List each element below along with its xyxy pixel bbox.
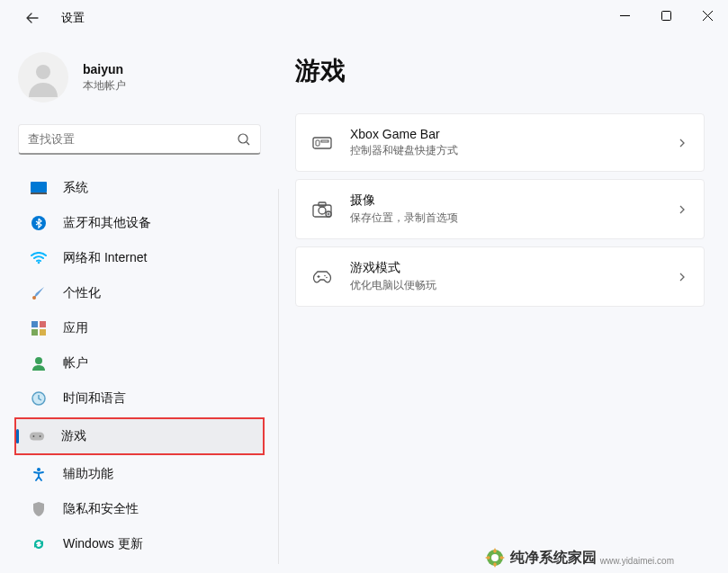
svg-point-26 (326, 276, 328, 278)
svg-point-2 (238, 134, 247, 143)
nav-label: 个性化 (63, 285, 101, 301)
nav-label: 游戏 (61, 428, 86, 444)
search-box[interactable] (18, 124, 261, 155)
controller-icon (312, 267, 332, 287)
nav-label: 辅助功能 (63, 466, 113, 482)
svg-rect-11 (40, 329, 46, 336)
close-icon (703, 11, 713, 21)
card-subtitle: 保存位置，录制首选项 (350, 210, 677, 226)
bluetooth-icon (31, 215, 47, 231)
nav-gaming[interactable]: 游戏 (16, 419, 263, 453)
nav-accounts[interactable]: 帐户 (18, 346, 261, 381)
user-block[interactable]: baiyun 本地帐户 (9, 36, 270, 124)
maximize-icon (661, 11, 671, 21)
svg-rect-0 (661, 11, 670, 20)
close-button[interactable] (687, 0, 728, 31)
svg-point-7 (32, 296, 36, 300)
card-xbox-game-bar[interactable]: Xbox Game Bar 控制器和键盘快捷方式 (295, 113, 705, 172)
card-subtitle: 控制器和键盘快捷方式 (350, 143, 677, 158)
chevron-right-icon (677, 272, 688, 282)
sidebar-divider (278, 189, 279, 564)
brush-icon (31, 285, 47, 301)
sidebar: baiyun 本地帐户 系统 蓝牙和其他设备 网络和 Internet (0, 36, 279, 573)
nav-personalization[interactable]: 个性化 (18, 276, 261, 310)
minimize-icon (620, 11, 630, 21)
xbox-bar-icon (312, 133, 332, 153)
avatar (18, 52, 68, 103)
shield-icon (31, 501, 47, 517)
nav-privacy[interactable]: 隐私和安全性 (18, 492, 261, 526)
nav-time[interactable]: 时间和语言 (18, 381, 261, 416)
main-area: 游戏 Xbox Game Bar 控制器和键盘快捷方式 摄像 保存位置，录制首选… (279, 36, 728, 573)
nav-label: 时间和语言 (63, 390, 126, 407)
maximize-button[interactable] (645, 0, 687, 31)
page-title: 游戏 (295, 54, 705, 88)
watermark-logo-icon (485, 548, 505, 568)
person-icon (23, 58, 63, 97)
nav-list: 系统 蓝牙和其他设备 网络和 Internet 个性化 应用 帐户 (9, 171, 270, 561)
svg-point-12 (35, 357, 42, 364)
nav-network[interactable]: 网络和 Internet (18, 241, 261, 275)
search-container (18, 124, 261, 155)
card-title: 摄像 (350, 192, 677, 209)
card-captures[interactable]: 摄像 保存位置，录制首选项 (295, 179, 705, 239)
svg-rect-20 (321, 140, 328, 142)
back-button[interactable] (18, 4, 47, 32)
card-subtitle: 优化电脑以便畅玩 (350, 278, 677, 293)
gamepad-icon (29, 428, 45, 444)
highlight-annotation: 游戏 (14, 417, 265, 455)
svg-point-16 (40, 435, 41, 437)
svg-rect-14 (30, 433, 44, 441)
chevron-right-icon (677, 204, 688, 215)
watermark: 纯净系统家园 www.yidaimei.com (485, 548, 674, 568)
app-title: 设置 (61, 10, 85, 26)
update-icon (31, 536, 47, 552)
card-game-mode[interactable]: 游戏模式 优化电脑以便畅玩 (295, 246, 705, 307)
svg-point-17 (37, 468, 40, 471)
svg-point-22 (319, 207, 326, 214)
minimize-button[interactable] (604, 0, 645, 31)
arrow-left-icon (25, 11, 40, 25)
user-name: baiyun (83, 62, 126, 76)
search-icon (237, 132, 251, 147)
nav-label: 应用 (63, 320, 88, 336)
watermark-text: 纯净系统家园 (510, 549, 597, 568)
wifi-icon (31, 250, 47, 266)
user-subtitle: 本地帐户 (83, 78, 126, 94)
nav-accessibility[interactable]: 辅助功能 (18, 457, 261, 491)
accessibility-icon (31, 466, 47, 482)
svg-rect-8 (31, 321, 38, 327)
card-title: Xbox Game Bar (350, 127, 677, 141)
system-icon (31, 180, 47, 196)
nav-label: 系统 (63, 180, 88, 196)
svg-point-25 (324, 274, 326, 276)
card-title: 游戏模式 (350, 260, 677, 276)
nav-label: 隐私和安全性 (63, 501, 139, 517)
apps-icon (31, 320, 47, 336)
nav-label: Windows 更新 (63, 536, 143, 552)
nav-bluetooth[interactable]: 蓝牙和其他设备 (18, 206, 261, 240)
svg-rect-19 (316, 140, 319, 146)
nav-update[interactable]: Windows 更新 (18, 527, 261, 561)
clock-icon (31, 390, 47, 407)
nav-label: 蓝牙和其他设备 (63, 215, 151, 231)
svg-rect-4 (31, 192, 47, 194)
nav-label: 网络和 Internet (63, 250, 147, 266)
svg-point-6 (38, 262, 40, 264)
svg-rect-3 (31, 182, 47, 192)
camera-icon (312, 200, 332, 219)
watermark-url: www.yidaimei.com (600, 556, 674, 566)
svg-point-28 (491, 554, 499, 561)
chevron-right-icon (677, 138, 688, 148)
nav-apps[interactable]: 应用 (18, 311, 261, 345)
title-bar: 设置 (0, 0, 728, 36)
svg-rect-9 (40, 321, 46, 327)
svg-point-15 (33, 435, 35, 437)
nav-system[interactable]: 系统 (18, 171, 261, 205)
search-input[interactable] (28, 132, 237, 146)
svg-point-1 (36, 65, 50, 79)
svg-rect-10 (31, 329, 38, 336)
nav-label: 帐户 (63, 355, 88, 372)
svg-rect-23 (319, 202, 326, 206)
account-icon (31, 355, 47, 372)
